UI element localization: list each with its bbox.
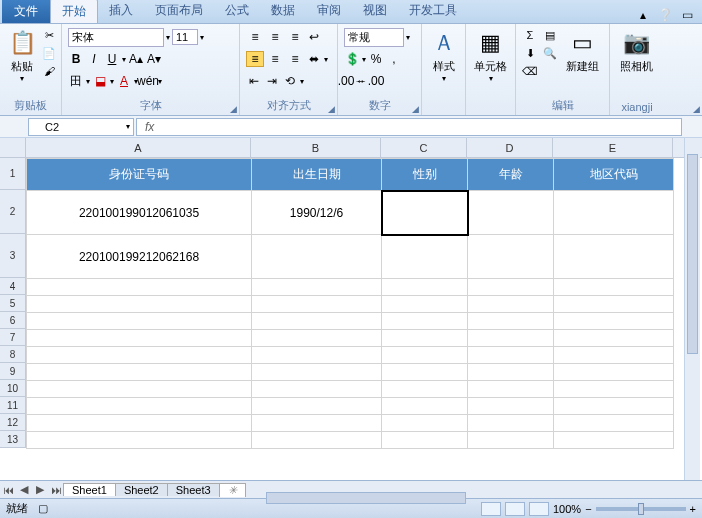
row-header-11[interactable]: 11: [0, 397, 25, 414]
cell[interactable]: [468, 313, 554, 330]
normal-view-button[interactable]: [481, 502, 501, 516]
ribbon-tab-4[interactable]: 数据: [260, 0, 306, 23]
sheet-nav-prev-icon[interactable]: ◀: [16, 483, 32, 496]
header-cell[interactable]: 地区代码: [554, 159, 674, 191]
cell[interactable]: [382, 415, 468, 432]
cell[interactable]: [554, 415, 674, 432]
header-cell[interactable]: 年龄: [468, 159, 554, 191]
camera-button[interactable]: 📷照相机: [616, 27, 656, 99]
fill-button[interactable]: ⬇: [522, 45, 538, 61]
sheet-nav-next-icon[interactable]: ▶: [32, 483, 48, 496]
col-header-A[interactable]: A: [26, 138, 251, 158]
clear-button[interactable]: ⌫: [522, 63, 538, 79]
format-painter-icon[interactable]: 🖌: [41, 63, 57, 79]
cell[interactable]: 220100199212062168: [27, 235, 252, 279]
cell[interactable]: [554, 347, 674, 364]
increase-font-button[interactable]: A▴: [128, 51, 144, 67]
font-color-button[interactable]: A: [116, 73, 132, 89]
vertical-scrollbar[interactable]: [684, 138, 700, 480]
row-header-13[interactable]: 13: [0, 431, 25, 448]
col-header-C[interactable]: C: [381, 138, 467, 158]
row-header-6[interactable]: 6: [0, 312, 25, 329]
styles-button[interactable]: Ａ样式▾: [428, 27, 460, 111]
sheet-tab-Sheet2[interactable]: Sheet2: [115, 483, 168, 496]
sheet-nav-last-icon[interactable]: ⏭: [48, 484, 64, 496]
cell[interactable]: [252, 296, 382, 313]
cell[interactable]: [27, 381, 252, 398]
cell[interactable]: [468, 381, 554, 398]
row-header-12[interactable]: 12: [0, 414, 25, 431]
name-box[interactable]: C2: [28, 118, 134, 136]
formula-bar[interactable]: fx: [136, 118, 682, 136]
macro-record-icon[interactable]: ▢: [38, 502, 48, 515]
cell[interactable]: [252, 313, 382, 330]
file-tab[interactable]: 文件: [2, 0, 50, 23]
header-cell[interactable]: 性别: [382, 159, 468, 191]
cell[interactable]: [382, 432, 468, 449]
cell[interactable]: [382, 191, 468, 235]
cell[interactable]: [252, 279, 382, 296]
help-icon[interactable]: ❔: [656, 7, 674, 23]
cell[interactable]: [27, 296, 252, 313]
row-header-4[interactable]: 4: [0, 278, 25, 295]
cell[interactable]: [468, 347, 554, 364]
cell[interactable]: [554, 313, 674, 330]
ribbon-tab-6[interactable]: 视图: [352, 0, 398, 23]
autosum-button[interactable]: Σ: [522, 27, 538, 43]
ribbon-tab-7[interactable]: 开发工具: [398, 0, 468, 23]
font-size-select[interactable]: 11: [172, 29, 198, 45]
hscroll-thumb[interactable]: [266, 492, 466, 504]
orientation-button[interactable]: ⟲: [282, 73, 298, 89]
increase-indent-button[interactable]: ⇥: [264, 73, 280, 89]
merge-button[interactable]: ⬌: [306, 51, 322, 67]
ribbon-tab-3[interactable]: 公式: [214, 0, 260, 23]
cell[interactable]: [252, 398, 382, 415]
row-header-1[interactable]: 1: [0, 158, 25, 190]
cell[interactable]: [468, 364, 554, 381]
new-group-button[interactable]: ▭新建组: [563, 27, 603, 96]
cell[interactable]: [554, 296, 674, 313]
align-top-button[interactable]: ≡: [246, 29, 264, 45]
italic-button[interactable]: I: [86, 51, 102, 67]
cell[interactable]: [554, 330, 674, 347]
cell[interactable]: [554, 398, 674, 415]
cell[interactable]: [468, 398, 554, 415]
paste-button[interactable]: 📋 粘贴 ▾: [6, 27, 38, 96]
cell[interactable]: [382, 347, 468, 364]
zoom-slider-thumb[interactable]: [638, 503, 644, 515]
cell[interactable]: [554, 364, 674, 381]
align-right-button[interactable]: ≡: [286, 51, 304, 67]
font-family-select[interactable]: 宋体: [68, 28, 164, 47]
row-header-2[interactable]: 2: [0, 190, 25, 234]
cell[interactable]: [554, 235, 674, 279]
cut-icon[interactable]: ✂: [41, 27, 57, 43]
cell[interactable]: [554, 191, 674, 235]
col-header-D[interactable]: D: [467, 138, 553, 158]
align-left-button[interactable]: ≡: [246, 51, 264, 67]
row-header-5[interactable]: 5: [0, 295, 25, 312]
cell[interactable]: [382, 235, 468, 279]
col-header-E[interactable]: E: [553, 138, 673, 158]
cell[interactable]: [468, 279, 554, 296]
number-format-select[interactable]: 常规: [344, 28, 404, 47]
cell[interactable]: [252, 347, 382, 364]
cell[interactable]: [252, 432, 382, 449]
bold-button[interactable]: B: [68, 51, 84, 67]
number-launcher-icon[interactable]: ◢: [412, 104, 419, 114]
align-bottom-button[interactable]: ≡: [286, 29, 304, 45]
comma-button[interactable]: ,: [386, 51, 402, 67]
zoom-level[interactable]: 100%: [553, 503, 581, 515]
ribbon-tab-5[interactable]: 审阅: [306, 0, 352, 23]
new-sheet-button[interactable]: ✳: [219, 483, 246, 497]
select-all-corner[interactable]: [0, 138, 26, 158]
row-header-9[interactable]: 9: [0, 363, 25, 380]
wrap-text-button[interactable]: ↩: [306, 29, 322, 45]
vscroll-thumb[interactable]: [687, 154, 698, 354]
zoom-slider[interactable]: [596, 507, 686, 511]
decrease-indent-button[interactable]: ⇤: [246, 73, 262, 89]
phonetic-button[interactable]: wén: [140, 73, 156, 89]
minimize-ribbon-icon[interactable]: ▴: [634, 7, 652, 23]
cell[interactable]: [554, 432, 674, 449]
percent-button[interactable]: %: [368, 51, 384, 67]
cell[interactable]: [252, 364, 382, 381]
